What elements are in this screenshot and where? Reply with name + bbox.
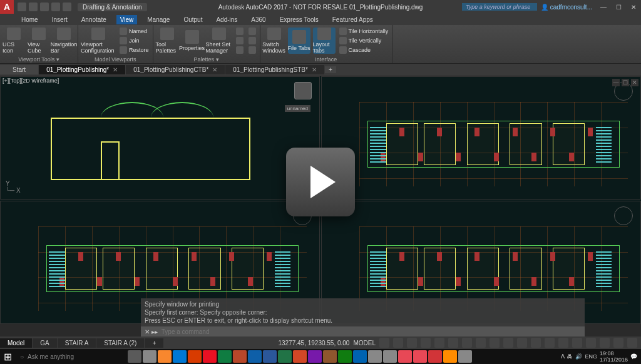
taskbar-app-13[interactable] bbox=[323, 350, 337, 363]
taskbar-app-12[interactable] bbox=[308, 350, 322, 363]
ucs-icon-button[interactable]: UCS Icon bbox=[3, 28, 25, 54]
taskbar-app-0[interactable] bbox=[128, 350, 141, 363]
file-tab-1[interactable]: 01_PlottingPublishingCTB*✕ bbox=[126, 65, 225, 74]
vp-minimize-icon[interactable]: — bbox=[612, 79, 620, 86]
navwheel-icon[interactable] bbox=[614, 206, 633, 225]
tab-a360[interactable]: A360 bbox=[247, 15, 269, 24]
taskbar-app-14[interactable] bbox=[338, 350, 352, 363]
viewcube-button[interactable]: View Cube bbox=[28, 28, 50, 54]
status-annoscale-icon[interactable] bbox=[503, 338, 513, 348]
status-clean-icon[interactable] bbox=[613, 338, 623, 348]
tray-volume-icon[interactable]: 🔊 bbox=[575, 353, 582, 360]
command-input[interactable] bbox=[162, 328, 585, 335]
tray-time[interactable]: 19:0817/11/2016 bbox=[600, 350, 628, 363]
tile-vertical-button[interactable]: Tile Vertically bbox=[338, 36, 390, 45]
palette-icon-2[interactable] bbox=[235, 36, 245, 45]
start-tab[interactable]: Start bbox=[0, 65, 38, 74]
status-osnap-icon[interactable] bbox=[434, 338, 444, 348]
status-custom-icon[interactable] bbox=[627, 338, 637, 348]
named-button[interactable]: Named bbox=[118, 27, 150, 36]
file-tabs-button[interactable]: File Tabs bbox=[288, 28, 310, 54]
navbar-button[interactable]: Navigation Bar bbox=[53, 28, 75, 54]
signin-user[interactable]: 👤 cadfmconsult... bbox=[537, 4, 596, 11]
switch-windows-button[interactable]: Switch Windows bbox=[263, 28, 285, 54]
tray-chevron-icon[interactable]: ᐱ bbox=[561, 353, 565, 360]
close-tab-icon[interactable]: ✕ bbox=[113, 66, 118, 73]
taskbar-app-11[interactable] bbox=[293, 350, 307, 363]
status-units-icon[interactable] bbox=[545, 338, 555, 348]
qat-open-icon[interactable] bbox=[29, 3, 38, 11]
viewport-label[interactable]: [+][Top][2D Wireframe] bbox=[3, 78, 59, 84]
status-cycling-icon[interactable] bbox=[490, 338, 500, 348]
command-input-bar[interactable]: ✕ ▸▸ bbox=[141, 326, 585, 336]
taskbar-app-6[interactable] bbox=[218, 350, 232, 363]
layout-tab-stair-a2[interactable]: STAIR A (2) bbox=[96, 338, 144, 348]
sheet-set-button[interactable]: Sheet Set Manager bbox=[206, 28, 232, 54]
taskbar-app-18[interactable] bbox=[398, 350, 412, 363]
tab-view[interactable]: View bbox=[116, 15, 138, 24]
palette-icon-1[interactable] bbox=[235, 27, 245, 36]
cortana-search[interactable]: ○ Ask me anything bbox=[15, 353, 128, 360]
tab-insert[interactable]: Insert bbox=[48, 15, 71, 24]
status-lock-icon[interactable] bbox=[572, 338, 582, 348]
close-tab-icon[interactable]: ✕ bbox=[312, 66, 317, 73]
minimize-button[interactable]: — bbox=[596, 4, 611, 11]
video-play-button[interactable] bbox=[286, 148, 355, 216]
file-tab-0[interactable]: 01_PlottingPublishing*✕ bbox=[39, 65, 125, 74]
close-tab-icon[interactable]: ✕ bbox=[212, 66, 217, 73]
taskbar-app-17[interactable] bbox=[383, 350, 397, 363]
tab-express[interactable]: Express Tools bbox=[276, 15, 322, 24]
status-hardware-icon[interactable] bbox=[586, 338, 596, 348]
space-indicator[interactable]: MODEL bbox=[353, 340, 376, 346]
taskbar-app-7[interactable] bbox=[233, 350, 247, 363]
tab-featured[interactable]: Featured Apps bbox=[329, 15, 377, 24]
qat-undo-icon[interactable] bbox=[51, 3, 60, 11]
taskbar-app-8[interactable] bbox=[248, 350, 262, 363]
palette-icon-6[interactable] bbox=[247, 46, 257, 54]
qat-save-icon[interactable] bbox=[40, 3, 49, 11]
add-tab-button[interactable]: + bbox=[325, 66, 336, 73]
status-polar-icon[interactable] bbox=[421, 338, 431, 348]
help-search[interactable]: Type a keyword or phrase bbox=[462, 3, 537, 11]
status-grid-icon[interactable] bbox=[379, 338, 389, 348]
taskbar-app-3[interactable] bbox=[173, 350, 187, 363]
layout-tab-model[interactable]: Model bbox=[0, 338, 32, 348]
viewport-tr[interactable] bbox=[321, 76, 641, 200]
taskbar-app-4[interactable] bbox=[188, 350, 202, 363]
status-isolate-icon[interactable] bbox=[600, 338, 610, 348]
tab-addins[interactable]: Add-ins bbox=[212, 15, 241, 24]
close-button[interactable]: ✕ bbox=[626, 4, 641, 11]
layout-tab-stair-a[interactable]: STAIR A bbox=[58, 338, 96, 348]
vp-close-icon[interactable]: ✕ bbox=[631, 79, 638, 86]
taskbar-app-10[interactable] bbox=[278, 350, 292, 363]
status-snap-icon[interactable] bbox=[393, 338, 403, 348]
add-layout-button[interactable]: + bbox=[145, 338, 163, 348]
tab-output[interactable]: Output bbox=[180, 15, 206, 24]
vp-maximize-icon[interactable]: ☐ bbox=[622, 79, 629, 86]
qat-new-icon[interactable] bbox=[18, 3, 26, 11]
workspace-selector[interactable]: Drafting & Annotation bbox=[78, 3, 147, 11]
app-logo[interactable]: A bbox=[0, 0, 14, 14]
tile-horizontal-button[interactable]: Tile Horizontally bbox=[338, 27, 390, 36]
tray-notifications-icon[interactable]: 💬 bbox=[630, 353, 637, 360]
file-tab-2[interactable]: 01_PlottingPublishingSTB*✕ bbox=[225, 65, 324, 74]
taskbar-app-19[interactable] bbox=[413, 350, 427, 363]
maximize-button[interactable]: ☐ bbox=[611, 4, 626, 11]
join-button[interactable]: Join bbox=[118, 36, 150, 45]
palette-icon-4[interactable] bbox=[247, 27, 257, 36]
tab-home[interactable]: Home bbox=[18, 15, 42, 24]
status-quickprops-icon[interactable] bbox=[558, 338, 568, 348]
status-workspace-icon[interactable] bbox=[517, 338, 527, 348]
tab-annotate[interactable]: Annotate bbox=[78, 15, 110, 24]
taskbar-app-1[interactable] bbox=[143, 350, 156, 363]
status-otrack-icon[interactable] bbox=[448, 338, 458, 348]
viewport-config-button[interactable]: Viewport Configuration bbox=[81, 28, 116, 54]
start-button[interactable]: ⊞ bbox=[0, 349, 15, 364]
taskbar-app-20[interactable] bbox=[428, 350, 442, 363]
status-ortho-icon[interactable] bbox=[407, 338, 417, 348]
tool-palettes-button[interactable]: Tool Palettes bbox=[156, 28, 178, 54]
taskbar-app-16[interactable] bbox=[368, 350, 382, 363]
properties-button[interactable]: Properties bbox=[181, 28, 203, 54]
layout-tab-ga[interactable]: GA bbox=[33, 338, 56, 348]
viewcube-widget[interactable] bbox=[294, 82, 312, 99]
